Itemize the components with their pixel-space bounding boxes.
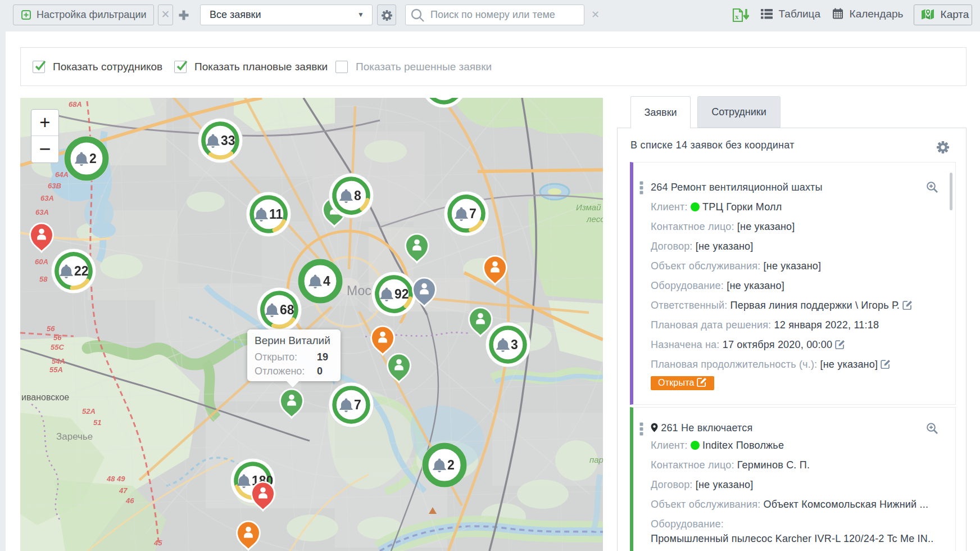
svg-text:11: 11 — [269, 207, 283, 222]
svg-text:63B: 63B — [48, 182, 61, 190]
svg-text:22: 22 — [74, 264, 89, 278]
svg-text:Заречье: Заречье — [56, 431, 93, 442]
svg-text:Измай: Измай — [576, 202, 601, 212]
svg-text:47: 47 — [119, 486, 128, 495]
svg-text:55A: 55A — [49, 365, 63, 374]
svg-text:7: 7 — [469, 206, 477, 221]
svg-text:48 49: 48 49 — [106, 475, 125, 483]
svg-text:x: x — [735, 12, 739, 21]
svg-text:68: 68 — [280, 302, 294, 317]
svg-text:60A: 60A — [35, 258, 48, 266]
svg-text:3: 3 — [511, 337, 518, 352]
svg-text:56: 56 — [47, 324, 55, 333]
svg-text:2: 2 — [89, 151, 97, 166]
svg-text:55C: 55C — [51, 343, 64, 351]
svg-text:63A: 63A — [35, 208, 49, 216]
svg-text:лесо: лесо — [586, 214, 603, 224]
svg-text:54A: 54A — [52, 357, 65, 365]
svg-text:2: 2 — [447, 458, 455, 472]
svg-text:45: 45 — [153, 539, 162, 547]
svg-text:46: 46 — [125, 496, 134, 505]
svg-text:56: 56 — [53, 333, 62, 342]
svg-text:пар: пар — [589, 455, 603, 464]
svg-text:63A: 63A — [40, 194, 54, 202]
svg-text:33: 33 — [221, 133, 235, 148]
svg-text:92: 92 — [394, 287, 409, 301]
svg-text:ивановское: ивановское — [21, 392, 69, 402]
svg-text:51: 51 — [93, 418, 101, 427]
svg-text:52A: 52A — [82, 407, 96, 415]
svg-text:68A: 68A — [69, 100, 82, 109]
svg-text:64A: 64A — [55, 170, 69, 179]
svg-text:7: 7 — [354, 398, 361, 412]
svg-text:58: 58 — [39, 275, 48, 283]
svg-text:8: 8 — [354, 188, 361, 203]
svg-text:4: 4 — [323, 274, 330, 288]
